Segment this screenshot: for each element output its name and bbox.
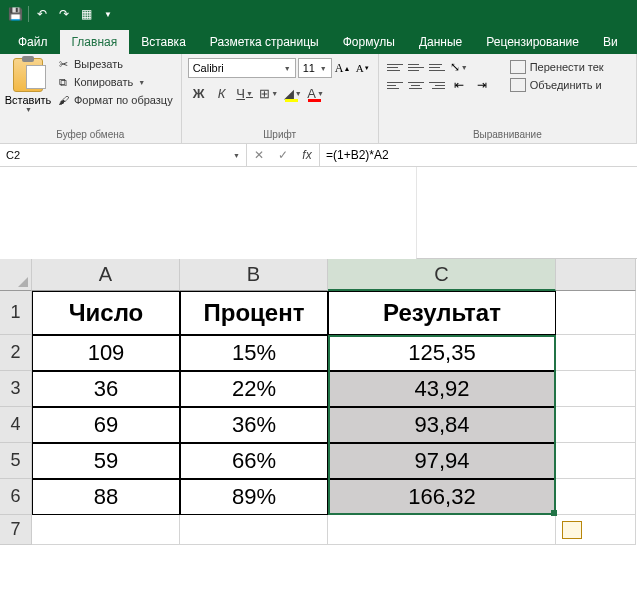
cell-d5[interactable]	[556, 443, 636, 479]
col-header-d[interactable]	[556, 259, 636, 291]
group-label-font: Шрифт	[188, 128, 372, 141]
cell-b6[interactable]: 89%	[180, 479, 328, 515]
autofill-options-button[interactable]	[562, 521, 582, 539]
qat-customize-icon[interactable]: ▼	[97, 3, 119, 25]
decrease-indent-button[interactable]: ⇤	[448, 76, 470, 94]
cell-a6[interactable]: 88	[32, 479, 180, 515]
font-size-select[interactable]: 11 ▼	[298, 58, 332, 78]
copy-button[interactable]: ⧉ Копировать ▼	[54, 74, 175, 90]
name-box[interactable]: C2 ▼	[0, 144, 247, 166]
cell-a5[interactable]: 59	[32, 443, 180, 479]
cut-button[interactable]: ✂ Вырезать	[54, 56, 175, 72]
quick-access-toolbar: 💾 ↶ ↷ ▦ ▼	[0, 0, 637, 28]
cell-b4[interactable]: 36%	[180, 407, 328, 443]
orientation-button[interactable]: ⤡▼	[448, 58, 470, 76]
chevron-down-icon: ▼	[317, 90, 324, 97]
tab-review[interactable]: Рецензирование	[474, 30, 591, 54]
cell-b7[interactable]	[180, 515, 328, 545]
cell-a7[interactable]	[32, 515, 180, 545]
cell-a3[interactable]: 36	[32, 371, 180, 407]
col-header-a[interactable]: A	[32, 259, 180, 291]
cell-d1[interactable]	[556, 291, 636, 335]
separator	[28, 6, 29, 22]
tab-view[interactable]: Ви	[591, 30, 630, 54]
align-right-button[interactable]	[427, 76, 447, 94]
chevron-down-icon: ▼	[461, 64, 468, 71]
fill-color-button[interactable]: ◢ ▼	[282, 82, 304, 104]
merge-icon	[510, 78, 526, 92]
cut-label: Вырезать	[74, 58, 123, 70]
paste-button[interactable]: Вставить ▼	[6, 56, 50, 128]
increase-indent-button[interactable]: ⇥	[471, 76, 493, 94]
tab-file[interactable]: Файл	[6, 30, 60, 54]
cell-c2[interactable]: 125,35	[328, 335, 556, 371]
tab-insert[interactable]: Вставка	[129, 30, 198, 54]
align-bottom-button[interactable]	[427, 58, 447, 76]
cell-a4[interactable]: 69	[32, 407, 180, 443]
cell-d3[interactable]	[556, 371, 636, 407]
tab-formulas[interactable]: Формулы	[331, 30, 407, 54]
cell-a1[interactable]: Число	[32, 291, 180, 335]
cell-b3[interactable]: 22%	[180, 371, 328, 407]
align-top-button[interactable]	[385, 58, 405, 76]
group-alignment: ⤡▼ ⇤ ⇥ Перенести тек Объединить и	[379, 54, 637, 143]
font-name-select[interactable]: Calibri ▼	[188, 58, 296, 78]
formula-input[interactable]: =(1+B2)*A2	[320, 144, 637, 166]
underline-button[interactable]: Ч▼	[234, 82, 256, 104]
align-center-button[interactable]	[406, 76, 426, 94]
italic-button[interactable]: К	[211, 82, 233, 104]
cell-c4[interactable]: 93,84	[328, 407, 556, 443]
row-header-6[interactable]: 6	[0, 479, 32, 515]
select-all-corner[interactable]	[0, 259, 32, 291]
save-icon[interactable]: 💾	[4, 3, 26, 25]
borders-button[interactable]: ⊞▼	[258, 82, 280, 104]
row-header-7[interactable]: 7	[0, 515, 32, 545]
cell-c7[interactable]	[328, 515, 556, 545]
cell-a2[interactable]: 109	[32, 335, 180, 371]
font-color-swatch	[308, 99, 321, 102]
cell-c3[interactable]: 43,92	[328, 371, 556, 407]
row-header-2[interactable]: 2	[0, 335, 32, 371]
tab-home[interactable]: Главная	[60, 30, 130, 54]
wrap-text-button[interactable]: Перенести тек	[509, 59, 605, 75]
row-header-1[interactable]: 1	[0, 291, 32, 335]
paste-label: Вставить	[5, 94, 52, 106]
col-header-c[interactable]: C	[328, 259, 556, 291]
col-header-b[interactable]: B	[180, 259, 328, 291]
print-preview-icon[interactable]: ▦	[75, 3, 97, 25]
cell-d4[interactable]	[556, 407, 636, 443]
merge-center-button[interactable]: Объединить и	[509, 77, 605, 93]
cancel-formula-button[interactable]: ✕	[247, 144, 271, 166]
cell-b1[interactable]: Процент	[180, 291, 328, 335]
cell-c6[interactable]: 166,32	[328, 479, 556, 515]
decrease-font-button[interactable]: A▼	[354, 58, 372, 78]
redo-icon[interactable]: ↷	[53, 3, 75, 25]
tab-page-layout[interactable]: Разметка страницы	[198, 30, 331, 54]
undo-icon[interactable]: ↶	[31, 3, 53, 25]
format-painter-button[interactable]: 🖌 Формат по образцу	[54, 92, 175, 108]
chevron-down-icon: ▼	[271, 90, 278, 97]
insert-function-button[interactable]: fx	[295, 144, 319, 166]
align-middle-button[interactable]	[406, 58, 426, 76]
cell-c1[interactable]: Результат	[328, 291, 556, 335]
cell-b2[interactable]: 15%	[180, 335, 328, 371]
bold-button[interactable]: Ж	[188, 82, 210, 104]
chevron-down-icon: ▼	[233, 152, 240, 159]
copy-label: Копировать	[74, 76, 133, 88]
row-header-3[interactable]: 3	[0, 371, 32, 407]
formula-value: =(1+B2)*A2	[326, 148, 389, 162]
chevron-down-icon: ▼	[25, 106, 32, 113]
group-label-alignment: Выравнивание	[385, 128, 630, 141]
font-color-button[interactable]: A ▼	[305, 82, 327, 104]
tab-data[interactable]: Данные	[407, 30, 474, 54]
cell-d6[interactable]	[556, 479, 636, 515]
ribbon: Вставить ▼ ✂ Вырезать ⧉ Копировать ▼ 🖌 Ф…	[0, 54, 637, 144]
cell-b5[interactable]: 66%	[180, 443, 328, 479]
enter-formula-button[interactable]: ✓	[271, 144, 295, 166]
row-header-4[interactable]: 4	[0, 407, 32, 443]
align-left-button[interactable]	[385, 76, 405, 94]
cell-c5[interactable]: 97,94	[328, 443, 556, 479]
cell-d2[interactable]	[556, 335, 636, 371]
row-header-5[interactable]: 5	[0, 443, 32, 479]
increase-font-button[interactable]: A▲	[334, 58, 352, 78]
